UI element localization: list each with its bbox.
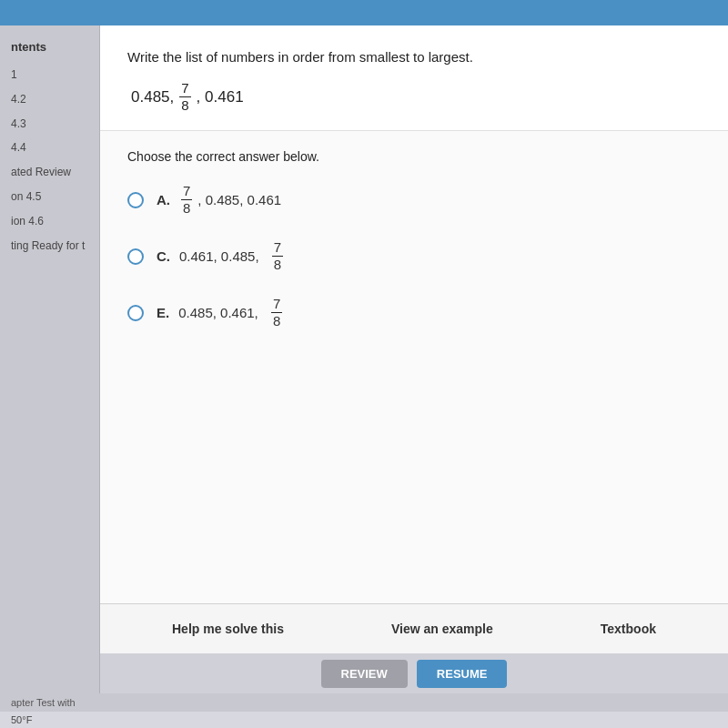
review-button[interactable]: REVIEW [321, 660, 408, 688]
fraction-denominator: 8 [179, 97, 190, 114]
frac-c-den: 8 [272, 257, 283, 273]
sidebar-item-1[interactable]: 1 [0, 63, 99, 87]
fraction-display: 7 8 [179, 81, 190, 114]
choice-text-a-rest: , 0.485, 0.461 [197, 192, 281, 207]
footer-text: apter Test with [11, 697, 76, 708]
bottom-toolbar: Help me solve this View an example Textb… [100, 603, 728, 653]
sidebar-item-42[interactable]: 4.2 [0, 87, 99, 112]
weather-text: 50°F [11, 714, 32, 725]
choose-label: Choose the correct answer below. [127, 149, 701, 164]
sidebar-title: ntents [0, 35, 99, 63]
bottom-row: REVIEW RESUME [100, 653, 728, 693]
fraction-e: 7 8 [271, 297, 282, 329]
frac-a-num: 7 [181, 184, 192, 201]
answer-choice-e[interactable]: E. 0.485, 0.461, 7 8 [127, 297, 701, 329]
frac-c-num: 7 [272, 240, 283, 258]
choice-text-c: 0.461, 0.485, 7 8 [179, 240, 285, 273]
answer-choice-a[interactable]: A. 7 8 , 0.485, 0.461 [127, 184, 701, 217]
weather-bar: 50°F [0, 712, 728, 728]
textbook-button[interactable]: Textbook [590, 614, 667, 643]
choice-label-c: C. [157, 248, 170, 264]
sidebar-item-review[interactable]: ated Review [0, 160, 99, 185]
radio-e[interactable] [127, 305, 144, 321]
fraction-c: 7 8 [272, 240, 283, 273]
radio-a[interactable] [127, 192, 144, 208]
sidebar-item-43[interactable]: 4.3 [0, 112, 99, 136]
choice-text-c-before: 0.461, 0.485, [179, 248, 259, 264]
footer-area: apter Test with [0, 693, 728, 712]
fraction-numerator: 7 [179, 81, 190, 98]
sidebar-item-46[interactable]: ion 4.6 [0, 209, 99, 234]
question-section: Write the list of numbers in order from … [100, 25, 728, 131]
sidebar-item-ready[interactable]: ting Ready for t [0, 234, 99, 258]
fraction-a: 7 8 [181, 184, 192, 217]
number-first: 0.485, [131, 88, 174, 106]
choice-label-e: E. [157, 305, 169, 320]
choice-text-a: 7 8 , 0.485, 0.461 [179, 184, 281, 217]
content-area: Write the list of numbers in order from … [100, 25, 728, 693]
answer-choice-c[interactable]: C. 0.461, 0.485, 7 8 [127, 240, 701, 273]
radio-c[interactable] [127, 248, 144, 265]
frac-e-den: 8 [271, 313, 282, 329]
question-prompt: Write the list of numbers in order from … [127, 47, 701, 68]
choice-text-e: 0.485, 0.461, 7 8 [178, 297, 284, 329]
number-last: , 0.461 [197, 88, 244, 106]
view-example-button[interactable]: View an example [380, 614, 504, 643]
numbers-display: 0.485, 7 8 , 0.461 [131, 81, 701, 114]
resume-button[interactable]: RESUME [417, 660, 508, 688]
sidebar-item-45[interactable]: on 4.5 [0, 185, 99, 209]
help-solve-button[interactable]: Help me solve this [161, 614, 295, 643]
frac-e-num: 7 [271, 297, 282, 314]
sidebar: ntents 1 4.2 4.3 4.4 ated Review on 4.5 … [0, 25, 100, 693]
choice-text-e-before: 0.485, 0.461, [178, 305, 258, 320]
choice-label-a: A. [157, 192, 170, 207]
top-bar [0, 0, 728, 25]
sidebar-item-44[interactable]: 4.4 [0, 136, 99, 160]
frac-a-den: 8 [181, 200, 192, 217]
answers-section: Choose the correct answer below. A. 7 8 … [100, 131, 728, 604]
